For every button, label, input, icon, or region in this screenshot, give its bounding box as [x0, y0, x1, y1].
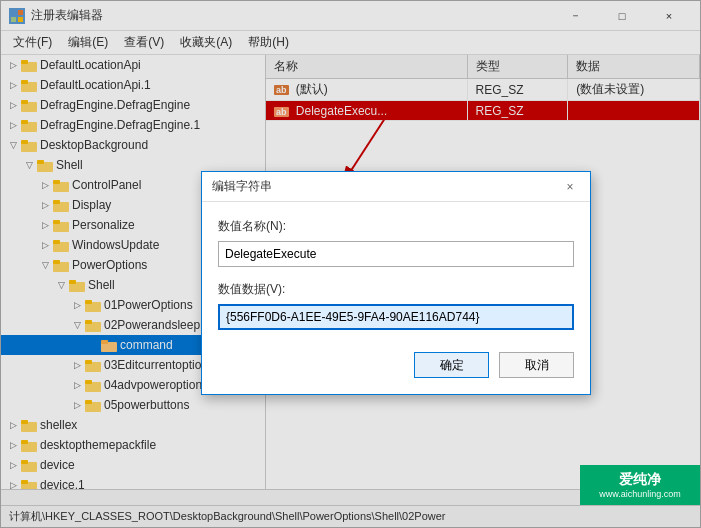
watermark: 爱纯净 www.aichunling.com	[580, 465, 700, 505]
main-window: 注册表编辑器 － □ × 文件(F) 编辑(E) 查看(V) 收藏夹(A) 帮助…	[0, 0, 701, 528]
dialog-title-text: 编辑字符串	[212, 178, 272, 195]
data-label: 数值数据(V):	[218, 281, 574, 298]
watermark-line1: 爱纯净	[619, 471, 661, 489]
name-label: 数值名称(N):	[218, 218, 574, 235]
dialog-buttons: 确定 取消	[218, 352, 574, 378]
edit-string-dialog: 编辑字符串 × 数值名称(N): 数值数据(V): 确定 取消	[201, 171, 591, 395]
dialog-body: 数值名称(N): 数值数据(V): 确定 取消	[202, 202, 590, 394]
cancel-button[interactable]: 取消	[499, 352, 574, 378]
watermark-line2: www.aichunling.com	[599, 489, 681, 499]
ok-button[interactable]: 确定	[414, 352, 489, 378]
dialog-close-button[interactable]: ×	[560, 177, 580, 197]
dialog-overlay: 编辑字符串 × 数值名称(N): 数值数据(V): 确定 取消	[1, 1, 700, 527]
name-input[interactable]	[218, 241, 574, 267]
dialog-title-bar: 编辑字符串 ×	[202, 172, 590, 202]
data-input[interactable]	[218, 304, 574, 330]
